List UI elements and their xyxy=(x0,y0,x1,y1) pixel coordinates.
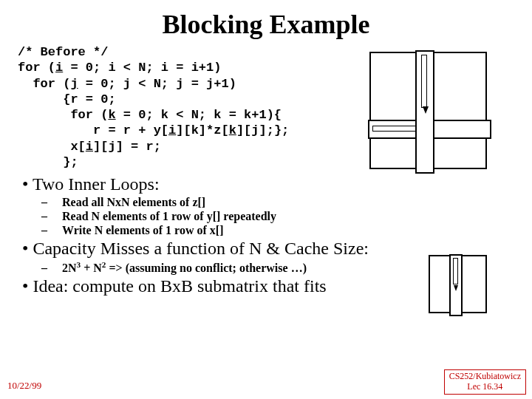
var-j: j xyxy=(70,77,78,91)
bullet-sub: –Read all NxN elements of z[] xyxy=(52,196,510,209)
code-line: {r = 0; xyxy=(18,92,116,106)
code-line: }; xyxy=(18,155,78,169)
code-line: for (k = 0; k < N; k = k+1){ xyxy=(18,108,282,122)
var-i: i xyxy=(86,140,93,154)
code-line: r = r + y[i][k]*z[k][j];}; xyxy=(18,123,289,137)
bullet-sub: –Write N elements of 1 row of x[] xyxy=(52,224,510,237)
matrix-diagram-small xyxy=(429,255,487,313)
arrow-down-icon xyxy=(423,106,429,114)
arrow-body xyxy=(453,258,458,284)
code-line: x[i][j] = r; xyxy=(18,140,161,154)
column-sweep-bar xyxy=(415,50,434,174)
matrix-diagram-large xyxy=(369,52,487,169)
code-line: for (i = 0; i < N; i = i+1) xyxy=(18,61,221,75)
arrow-body xyxy=(421,55,427,108)
footer-date: 10/22/99 xyxy=(7,380,41,392)
arrow-down-icon xyxy=(454,285,458,291)
var-i: i xyxy=(55,61,63,75)
bullet-sub: –Read N elements of 1 row of y[] repeate… xyxy=(52,210,510,223)
var-k: k xyxy=(229,123,236,137)
bullet-heading: • Two Inner Loops: xyxy=(22,174,510,194)
footer-course: CS252/Kubiatowicz Lec 16.34 xyxy=(444,369,526,395)
column-sweep-bar xyxy=(449,254,463,316)
var-k: k xyxy=(108,108,115,122)
slide-title: Blocking Example xyxy=(0,0,532,44)
code-line: /* Before */ xyxy=(18,45,108,59)
var-i: i xyxy=(168,123,176,137)
code-line: for (j = 0; j < N; j = j+1) xyxy=(18,77,236,91)
